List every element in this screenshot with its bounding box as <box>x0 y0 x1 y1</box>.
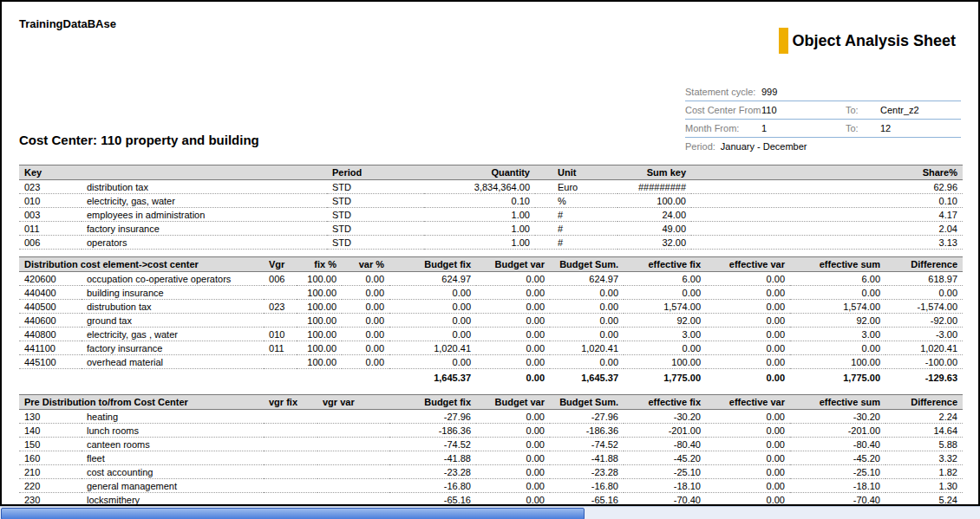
cell-effective-var: 0.00 <box>706 465 790 479</box>
cell-key: 010 <box>19 194 82 208</box>
cell-effective-fix: -45.20 <box>624 451 706 465</box>
cell-effective-sum: -30.20 <box>790 410 885 424</box>
cell-empty <box>19 369 389 385</box>
cell-name: electricity, gas, water <box>82 194 327 208</box>
cell-effective-fix: -70.40 <box>624 493 706 507</box>
cell-budget-fix: 0.00 <box>389 286 476 300</box>
cell-difference: 618.97 <box>885 272 963 286</box>
cell-sum-key: 32.00 <box>617 236 691 250</box>
col-header-effective-sum: effective sum <box>790 395 885 410</box>
report-parameters: Statement cycle: 999 Cost Center From 11… <box>685 83 961 155</box>
cell-effective-var: 0.00 <box>706 328 790 341</box>
col-header-budget-fix: Budget fix <box>389 395 476 410</box>
scrollbar-thumb[interactable] <box>1 508 585 519</box>
cell-period: STD <box>327 194 424 208</box>
cell-vgr-var <box>317 424 389 438</box>
cell-effective-fix: 92.00 <box>624 314 706 328</box>
total-difference: -129.63 <box>885 369 963 385</box>
col-header-fix-pct: fix % <box>297 257 342 272</box>
key-table-header-row: Key Period Quantity Unit Sum key Share% <box>19 165 963 180</box>
cell-period: STD <box>327 180 424 194</box>
cell-vgr: 006 <box>264 272 297 286</box>
cell-var-pct: 0.00 <box>342 272 389 286</box>
cell-name: fleet <box>82 451 264 465</box>
cell-code: 220 <box>19 479 82 493</box>
cell-vgr-fix <box>264 424 317 438</box>
cell-difference: 14.64 <box>885 424 963 438</box>
month-to-label: To: <box>846 123 880 133</box>
col-header-difference: Difference <box>885 257 963 272</box>
total-budget-fix: 1,645.37 <box>389 369 476 385</box>
cell-effective-sum: 92.00 <box>790 314 885 328</box>
cell-vgr-var <box>317 451 389 465</box>
cell-name: general management <box>82 479 264 493</box>
col-header-budget-var: Budget var <box>476 257 550 272</box>
cell-effective-var: 0.00 <box>706 355 790 369</box>
cell-effective-var: 0.00 <box>706 341 790 355</box>
col-header-key-name <box>82 165 327 180</box>
cell-vgr-fix <box>264 493 317 507</box>
report-tables: Key Period Quantity Unit Sum key Share% … <box>19 165 963 506</box>
distribution-table-header-row: Distribution cost element->cost center V… <box>19 257 963 272</box>
cell-budget-var: 0.00 <box>476 410 550 424</box>
distribution-table-row: 440400building insurance100.000.000.000.… <box>19 286 963 300</box>
cell-effective-fix: -18.10 <box>624 479 706 493</box>
cell-code: 140 <box>19 424 82 438</box>
cost-center-from-label: Cost Center From <box>685 105 761 115</box>
cell-effective-sum: 0.00 <box>790 286 885 300</box>
col-header-vgr-var: vgr var <box>317 395 389 410</box>
cell-effective-fix: 6.00 <box>624 272 706 286</box>
cell-name: heating <box>82 410 264 424</box>
cell-effective-var: 0.00 <box>706 314 790 328</box>
cell-vgr-var <box>317 493 389 507</box>
param-row-period: Period: January - December <box>685 138 961 155</box>
key-table-row: 003employees in administrationSTD1.00#24… <box>19 208 963 222</box>
cell-effective-sum: -80.40 <box>790 438 885 451</box>
cost-center-from-value: 110 <box>761 105 846 115</box>
cell-unit: Euro <box>535 180 617 194</box>
total-budget-sum: 1,645.37 <box>550 369 624 385</box>
col-header-effective-fix: effective fix <box>624 395 706 410</box>
statement-cycle-label: Statement cycle: <box>685 87 761 97</box>
database-title: TrainingDataBAse <box>19 17 116 30</box>
col-header-pre-distribution-title: Pre Distribution to/from Cost Center <box>19 395 264 410</box>
cell-effective-sum: 3.00 <box>790 328 885 341</box>
total-effective-var: 0.00 <box>706 369 790 385</box>
distribution-totals-row: 1,645.370.001,645.371,775.000.001,775.00… <box>19 369 963 385</box>
cell-budget-fix: -74.52 <box>389 438 476 451</box>
report-title: Object Analysis Sheet <box>793 32 956 50</box>
cell-code: 160 <box>19 451 82 465</box>
cell-budget-var: 0.00 <box>476 438 550 451</box>
cell-effective-fix: 0.00 <box>624 286 706 300</box>
distribution-table-row: 440600ground tax100.000.000.000.000.0092… <box>19 314 963 328</box>
key-table: Key Period Quantity Unit Sum key Share% … <box>19 165 963 250</box>
month-from-label: Month From: <box>685 123 761 133</box>
cell-budget-var: 0.00 <box>476 493 550 507</box>
key-table-row: 011factory insuranceSTD1.00#49.002.04 <box>19 222 963 236</box>
total-effective-fix: 1,775.00 <box>624 369 706 385</box>
cell-vgr-fix <box>264 410 317 424</box>
cell-fix-pct: 100.00 <box>297 355 342 369</box>
cell-budget-fix: 0.00 <box>389 300 476 314</box>
cell-budget-sum: -23.28 <box>550 465 624 479</box>
cell-difference: 5.24 <box>885 493 963 507</box>
cell-fix-pct: 100.00 <box>297 272 342 286</box>
cell-code: 420600 <box>19 272 82 286</box>
cell-budget-var: 0.00 <box>476 341 550 355</box>
cell-difference: 1.30 <box>885 479 963 493</box>
cell-code: 445100 <box>19 355 82 369</box>
cell-difference: -1,574.00 <box>885 300 963 314</box>
cell-effective-var: 0.00 <box>706 300 790 314</box>
cell-budget-fix: -27.96 <box>389 410 476 424</box>
cell-vgr-var <box>317 479 389 493</box>
cell-var-pct: 0.00 <box>342 328 389 341</box>
cell-difference: 1,020.41 <box>885 341 963 355</box>
cell-budget-var: 0.00 <box>476 355 550 369</box>
cell-budget-var: 0.00 <box>476 300 550 314</box>
pre-distribution-row: 140lunch rooms-186.360.00-186.36-201.000… <box>19 424 963 438</box>
cell-key: 003 <box>19 208 82 222</box>
distribution-table-row: 445100overhead material100.000.000.000.0… <box>19 355 963 369</box>
cell-budget-fix: -65.16 <box>389 493 476 507</box>
horizontal-scrollbar[interactable] <box>0 506 980 519</box>
cell-budget-sum: 0.00 <box>550 355 624 369</box>
